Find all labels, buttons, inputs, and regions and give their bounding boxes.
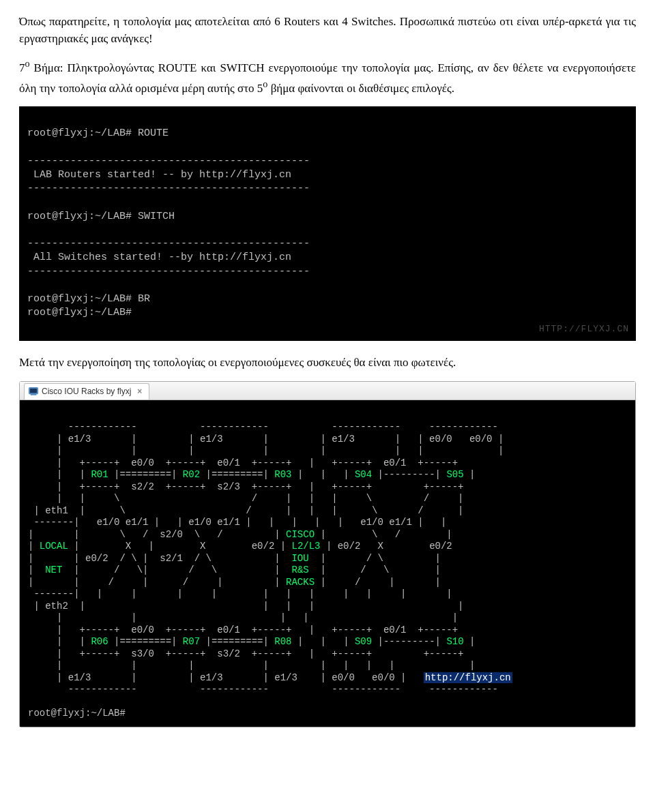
p2-mid-b: βήμα φαίνονται οι διαθέσιμες επιλογές. (267, 81, 454, 94)
rk-l16: | eth2 | | | | | (28, 601, 464, 612)
rk-l19f: | (464, 636, 476, 647)
racks-diagram: ------------ ------------ ------------ -… (20, 400, 635, 727)
rk-l15: -------| | | | | | | | | | | | (28, 588, 452, 599)
label-r01: R01 (91, 469, 108, 480)
p2-sup: ο (25, 58, 30, 69)
rk-l19b: |=========| (108, 636, 183, 647)
t1-l3: ----------------------------------------… (27, 155, 310, 167)
t1-l11: ----------------------------------------… (27, 266, 310, 277)
rk-l10b: | \ / | (315, 529, 452, 540)
rk-l19e: |---------| (372, 636, 446, 647)
rk-l14b: | / | | (315, 577, 441, 588)
t1-l10: All Switches started! --by http://flyxj.… (27, 252, 291, 263)
t1-l14: root@flyxj:~/LAB# (27, 307, 132, 318)
rk-l9: -------| e1/0 e1/1 | | e1/0 e1/1 | | | |… (28, 517, 446, 528)
rk-l3: | | | | | | | | (28, 445, 504, 456)
rk-l21: | | | | | | | | | (28, 660, 475, 671)
intro-paragraph: Όπως παρατηρείτε, η τοπολογία μας αποτελ… (19, 14, 636, 47)
t1-l7: root@flyxj:~/LAB# SWITCH (27, 211, 175, 222)
t1-l9: ----------------------------------------… (27, 238, 310, 250)
rk-l19a: | | (28, 636, 91, 647)
terminal-output-1: root@flyxj:~/LAB# ROUTE ----------------… (19, 106, 636, 341)
watermark: HTTP://FLYXJ.CN (539, 323, 629, 335)
rk-l5d: | | | (292, 469, 355, 480)
racks-window: Cisco IOU Racks by flyxj × ------------ … (19, 381, 636, 727)
label-r03: R03 (274, 469, 291, 480)
rk-l5b: |=========| (108, 469, 183, 480)
rk-l1: ------------ ------------ ------------ -… (28, 421, 498, 432)
rk-l23: ------------ ------------ ------------ -… (28, 684, 498, 695)
rk-l7: | | \ / | | | \ / | (28, 493, 464, 504)
label-net: NET (45, 565, 62, 575)
rk-l2: | e1/3 | | e1/3 | | e1/3 | | e0/0 e0/0 | (28, 434, 504, 445)
terminal-icon (29, 387, 38, 395)
label-cisco: CISCO (286, 529, 315, 540)
rk-l11b: | X | X e0/2 | (68, 541, 292, 552)
rk-l13b: | / \| / \ | (62, 565, 286, 575)
rk-l12b: | / \ | (315, 553, 441, 564)
label-s10: S10 (446, 636, 463, 647)
label-s04: S04 (355, 469, 372, 480)
rk-l19c: |=========| (200, 636, 274, 647)
tab-bar: Cisco IOU Racks by flyxj × (20, 382, 635, 400)
rk-l4: | +-----+ e0/0 +-----+ e0/1 +-----+ | +-… (28, 457, 458, 468)
t1-l5: ----------------------------------------… (27, 183, 310, 194)
rk-l18: | +-----+ e0/0 +-----+ e0/1 +-----+ | +-… (28, 625, 458, 635)
rk-l12a: | | e0/2 / \ | s2/1 / \ | (28, 553, 286, 564)
svg-rect-2 (31, 394, 37, 395)
t1-l4: LAB Routers started! -- by http://flyxj.… (27, 169, 291, 181)
rk-l19d: | | | (292, 636, 355, 647)
rk-l13a: | (28, 565, 45, 575)
rk-l22a: | e1/3 | | e1/3 | e1/3 | e0/0 e0/0 | (28, 672, 424, 683)
close-icon[interactable]: × (137, 386, 142, 397)
rk-l20: | +-----+ s3/0 +-----+ s3/2 +-----+ | +-… (28, 648, 464, 659)
p2-pre: 7 (19, 61, 25, 74)
label-racks: RACKS (286, 577, 315, 588)
label-r06: R06 (91, 636, 108, 647)
label-s05: S05 (446, 469, 463, 480)
after-activation-paragraph: Μετά την ενεργοποίηση της τοπολογίας οι … (19, 355, 636, 372)
tab-cisco-iou[interactable]: Cisco IOU Racks by flyxj × (24, 383, 149, 400)
label-iou: IOU (286, 553, 315, 564)
label-l2l3: L2/L3 (291, 541, 320, 552)
label-r02: R02 (183, 469, 200, 480)
rk-l10a: | | \ / s2/0 \ / | (28, 529, 286, 540)
label-rs: R&S (286, 565, 315, 575)
rk-l5f: | (464, 469, 476, 480)
t1-l1: root@flyxj:~/LAB# ROUTE (27, 127, 169, 139)
svg-rect-1 (30, 389, 37, 393)
rk-l14a: | | / | / | | (28, 577, 286, 588)
url-link[interactable]: http://flyxj.cn (424, 672, 512, 683)
label-s09: S09 (355, 636, 372, 647)
rk-l11a: | (28, 541, 40, 552)
t1-l13: root@flyxj:~/LAB# BR (27, 293, 150, 305)
label-r08: R08 (274, 636, 291, 647)
label-r07: R07 (183, 636, 200, 647)
racks-prompt: root@flyxj:~/LAB# (28, 708, 126, 719)
rk-l5c: |=========| (200, 469, 274, 480)
step7-paragraph: 7ο Βήμα: Πληκτρολογώντας ROUTE και SWITC… (19, 57, 636, 97)
tab-title: Cisco IOU Racks by flyxj (42, 386, 131, 397)
rk-l5a: | | (28, 469, 91, 480)
rk-l5e: |---------| (372, 469, 446, 480)
rk-l11c: | e0/2 X e0/2 (321, 541, 452, 552)
label-local: LOCAL (40, 541, 68, 552)
rk-l6: | +-----+ s2/2 +-----+ s2/3 +-----+ | +-… (28, 481, 464, 492)
rk-l17: | | | | | (28, 612, 458, 623)
rk-l13c: | / \ | (315, 565, 441, 575)
rk-l8: | eth1 | \ / | | | \ / | (28, 505, 464, 516)
